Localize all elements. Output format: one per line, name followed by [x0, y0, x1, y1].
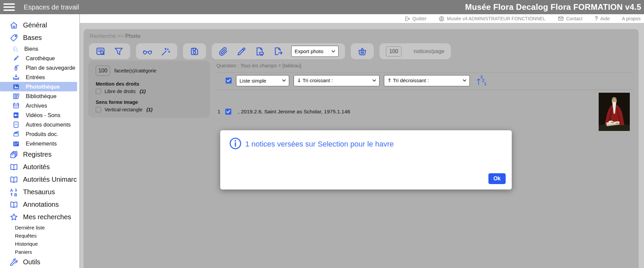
- sidebar-link-historique[interactable]: Historique: [0, 240, 79, 248]
- sidebar-item-registres[interactable]: Registres: [0, 148, 79, 161]
- breadcrumb-current: Photo: [125, 33, 140, 39]
- toolbar-group-export: Export photo: [212, 43, 345, 59]
- per-page-label: notices/page: [414, 48, 444, 54]
- sidebar-link-requetes[interactable]: Requêtes: [0, 231, 79, 240]
- filter-funnel-button[interactable]: [114, 46, 124, 57]
- quit-button[interactable]: Quitter: [404, 16, 427, 22]
- user-icon: [439, 16, 444, 22]
- contact-link[interactable]: Contact: [558, 16, 582, 21]
- inbox-download-icon: [12, 73, 20, 81]
- sidebar-link-derniere-liste[interactable]: Dernière liste: [0, 223, 79, 231]
- fire-extinguisher-icon: [12, 64, 20, 72]
- svg-text:B: B: [14, 192, 17, 196]
- sidebar-link-paniers[interactable]: Paniers: [0, 248, 79, 256]
- sidebar-item-thesaurus[interactable]: AB Thesaurus: [0, 186, 79, 198]
- facet-group-title: Sens forme Image: [96, 99, 210, 105]
- home-icon: [9, 21, 18, 30]
- header-row: Quitter Musée v4 ADMINISTRATEUR FONCTION…: [80, 14, 644, 23]
- toolbar-group-basket: [351, 43, 374, 59]
- glasses-button[interactable]: [142, 46, 153, 57]
- sidebar-item-evenements[interactable]: Evènements: [0, 139, 79, 148]
- help-link[interactable]: ? Aide: [595, 16, 610, 22]
- sidebar-item-phototheque[interactable]: Photothèque: [0, 82, 77, 91]
- save-button[interactable]: [189, 46, 200, 57]
- document-icon: [12, 121, 20, 129]
- basket-button[interactable]: [357, 46, 367, 57]
- sidebar-item-biens[interactable]: ♘ Biens: [0, 44, 79, 53]
- per-page-input[interactable]: [386, 46, 401, 57]
- sort-alpha-icon: AB: [9, 188, 18, 197]
- notification-dialog: 1 notices versées sur Selection pour le …: [220, 130, 512, 189]
- result-text: , 2019.2.6, Saint Jerome as Scholar, 197…: [238, 109, 350, 115]
- user-menu[interactable]: Musée v4 ADMINISTRATEUR FONCTIONNEL: [439, 16, 545, 22]
- star-icon: [9, 213, 18, 222]
- toolbar-group-display: [89, 43, 130, 59]
- sort-controls: Liste simple ⇓ Tri croissant : ⇑ Tri déc…: [226, 75, 486, 86]
- facet-checkbox[interactable]: [96, 107, 101, 112]
- calendar-icon: [12, 140, 20, 148]
- edit-pencil-button[interactable]: [236, 46, 247, 57]
- sidebar-item-autorites-unimarc[interactable]: Autorités Unimarc: [0, 173, 79, 186]
- sidebar-item-videos-sons[interactable]: Vidéos - Sons: [0, 110, 79, 120]
- facet-option: Libre de droits (1): [96, 89, 210, 94]
- about-link[interactable]: A propos: [622, 16, 641, 21]
- sidebar-item-archives[interactable]: Archives: [0, 101, 79, 110]
- question-mark-icon: ?: [595, 16, 598, 22]
- list-mode-select[interactable]: Liste simple: [236, 75, 289, 86]
- sidebar-item-bibliotheque[interactable]: Bibliothèque: [0, 91, 79, 101]
- divider: [216, 72, 633, 72]
- toolbar: Export photo notices/page: [89, 43, 451, 59]
- facet-panel: facette(s)/catégorie Mention des droits …: [88, 61, 210, 118]
- sidebar: Général Bases ♘ Biens Carothèque Plan de…: [0, 14, 80, 268]
- question-line: Question : Tous les champs = [tableau]: [216, 63, 301, 68]
- facet-checkbox[interactable]: [96, 89, 101, 94]
- toolbar-group-save: [183, 43, 206, 59]
- magic-wand-button[interactable]: [161, 46, 171, 57]
- sidebar-item-bases[interactable]: Bases: [0, 31, 79, 44]
- sidebar-item-plan-de-sauvegarde[interactable]: Plan de sauvegarde: [0, 63, 79, 72]
- paperclip-button[interactable]: [218, 46, 228, 57]
- print-page-button[interactable]: [255, 46, 265, 57]
- tag-icon: [9, 34, 18, 42]
- open-book-icon: [9, 163, 18, 172]
- ok-button[interactable]: Ok: [488, 173, 506, 184]
- result-index: 1: [217, 109, 221, 115]
- sidebar-item-produits-doc[interactable]: Produits doc.: [0, 129, 79, 139]
- breadcrumb: Recherche >> Photo: [90, 33, 140, 39]
- paper-stack-icon: [12, 130, 20, 138]
- facet-option-count: (1): [146, 107, 153, 112]
- export-page-button[interactable]: [273, 46, 283, 57]
- sidebar-item-carotheque[interactable]: Carothèque: [0, 53, 79, 63]
- sidebar-item-general[interactable]: Général: [0, 19, 79, 31]
- divider: [216, 90, 633, 90]
- app-title: Musée Flora Decalog Flora FORMATION v4.5: [465, 2, 644, 12]
- wrench-icon: [9, 258, 18, 267]
- export-photo-select[interactable]: Export photo: [291, 46, 339, 57]
- facet-count-label: facette(s)/catégorie: [114, 68, 156, 73]
- facet-group-title: Mention des droits: [96, 81, 210, 87]
- result-thumbnail[interactable]: [599, 93, 630, 131]
- result-checkbox[interactable]: [225, 109, 231, 115]
- facet-count-input[interactable]: [96, 66, 110, 76]
- sidebar-item-outils[interactable]: Outils: [0, 256, 79, 268]
- sort-numeric-icon[interactable]: 3 2 1: [476, 75, 486, 86]
- sidebar-item-mes-recherches[interactable]: Mes recherches: [0, 211, 79, 223]
- sidebar-item-autres-documents[interactable]: Autres documents: [0, 120, 79, 129]
- sidebar-item-entrees[interactable]: Entrées: [0, 72, 79, 82]
- sort-descending-select[interactable]: ⇑ Tri décroissant :: [384, 75, 470, 86]
- open-book-icon: [9, 200, 18, 209]
- carrot-icon: [12, 54, 20, 62]
- sort-ascending-select[interactable]: ⇓ Tri croissant :: [294, 75, 380, 86]
- chess-knight-icon: ♘: [12, 45, 19, 52]
- sidebar-item-annotations[interactable]: Annotations: [0, 198, 79, 211]
- select-all-checkbox[interactable]: [226, 77, 232, 84]
- sidebar-item-autorites[interactable]: Autorités: [0, 161, 79, 173]
- workspace-label: Espaces de travail: [24, 3, 79, 11]
- list-search-button[interactable]: [95, 46, 106, 57]
- mail-icon: [558, 16, 564, 21]
- menu-hamburger-icon[interactable]: [3, 3, 15, 11]
- top-bar: Espaces de travail Musée Flora Decalog F…: [0, 0, 644, 14]
- video-file-icon: [12, 111, 20, 119]
- open-box-icon: [12, 102, 20, 110]
- svg-text:A: A: [10, 188, 13, 193]
